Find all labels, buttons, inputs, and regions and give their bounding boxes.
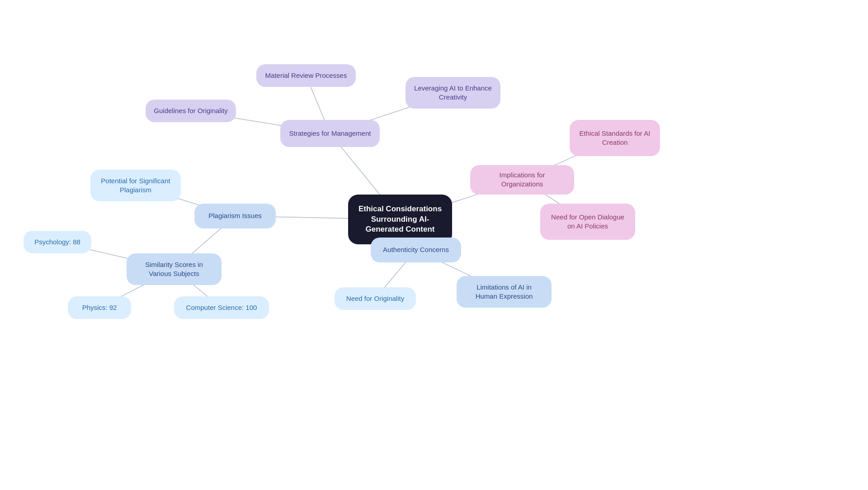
computer-science-label: Computer Science: 100 — [186, 303, 257, 312]
mindmap-container: Ethical Considerations Surrounding AI-Ge… — [0, 0, 868, 490]
guidelines-label: Guidelines for Originality — [154, 106, 227, 115]
center-node[interactable]: Ethical Considerations Surrounding AI-Ge… — [348, 195, 452, 244]
guidelines-node[interactable]: Guidelines for Originality — [146, 100, 236, 122]
ethical-standards-node[interactable]: Ethical Standards for AI Creation — [570, 120, 660, 156]
implications-node[interactable]: Implications for Organizations — [470, 165, 574, 195]
psychology-node[interactable]: Psychology: 88 — [24, 231, 91, 253]
material-review-label: Material Review Processes — [265, 71, 347, 80]
computer-science-node[interactable]: Computer Science: 100 — [174, 296, 269, 319]
plagiarism-label: Plagiarism Issues — [208, 211, 262, 220]
authenticity-label: Authenticity Concerns — [383, 245, 449, 254]
potential-plagiarism-node[interactable]: Potential for Significant Plagiarism — [90, 170, 181, 201]
similarity-scores-node[interactable]: Similarity Scores in Various Subjects — [127, 253, 222, 285]
leveraging-label: Leveraging AI to Enhance Creativity — [414, 84, 492, 102]
leveraging-node[interactable]: Leveraging AI to Enhance Creativity — [406, 77, 500, 109]
originality-node[interactable]: Need for Originality — [335, 287, 416, 310]
material-review-node[interactable]: Material Review Processes — [256, 64, 356, 87]
potential-plagiarism-label: Potential for Significant Plagiarism — [99, 176, 173, 195]
similarity-scores-label: Similarity Scores in Various Subjects — [135, 260, 213, 279]
strategies-node[interactable]: Strategies for Management — [280, 120, 380, 147]
physics-node[interactable]: Physics: 92 — [68, 296, 131, 319]
originality-label: Need for Originality — [346, 294, 404, 303]
limitations-node[interactable]: Limitations of AI in Human Expression — [457, 276, 552, 308]
open-dialogue-node[interactable]: Need for Open Dialogue on AI Policies — [540, 204, 635, 240]
open-dialogue-label: Need for Open Dialogue on AI Policies — [548, 213, 627, 231]
plagiarism-node[interactable]: Plagiarism Issues — [194, 204, 276, 228]
physics-label: Physics: 92 — [82, 303, 117, 312]
psychology-label: Psychology: 88 — [34, 238, 80, 247]
limitations-label: Limitations of AI in Human Expression — [465, 283, 543, 301]
center-label: Ethical Considerations Surrounding AI-Ge… — [356, 204, 444, 235]
strategies-label: Strategies for Management — [289, 129, 371, 138]
implications-label: Implications for Organizations — [478, 171, 566, 189]
ethical-standards-label: Ethical Standards for AI Creation — [578, 129, 652, 147]
authenticity-node[interactable]: Authenticity Concerns — [371, 238, 461, 262]
